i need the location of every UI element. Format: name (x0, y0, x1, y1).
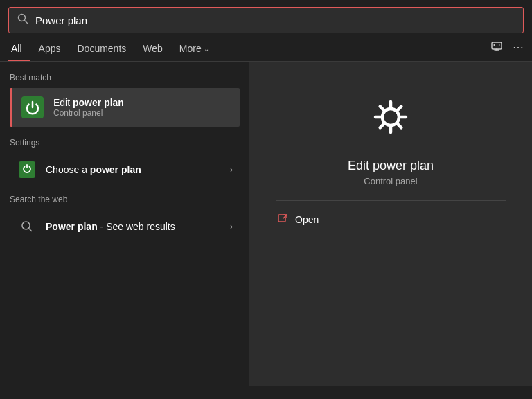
search-bar[interactable]: Power plan (8, 7, 524, 33)
web-search-text: Power plan - See web results (46, 221, 230, 232)
tab-documents[interactable]: Documents (69, 39, 134, 61)
tab-web[interactable]: Web (134, 39, 171, 61)
open-label: Open (295, 214, 319, 225)
screen-icon[interactable] (490, 39, 503, 55)
svg-rect-8 (278, 215, 285, 222)
settings-label: Settings (10, 138, 240, 148)
right-panel-subtitle: Control panel (364, 176, 417, 186)
web-search-icon (17, 216, 37, 237)
best-match-item[interactable]: Edit power plan Control panel (10, 88, 240, 127)
right-panel-app-icon (363, 89, 418, 148)
search-icon (17, 13, 28, 27)
best-match-app-icon (20, 95, 45, 120)
left-panel: Best match Edit power plan Control panel… (0, 62, 249, 386)
more-options-icon[interactable]: ⋯ (513, 41, 524, 54)
tab-all[interactable]: All (8, 39, 30, 61)
web-chevron-icon: › (230, 222, 233, 231)
settings-item-text: Choose a power plan (46, 164, 230, 175)
tab-apps[interactable]: Apps (30, 39, 69, 61)
settings-item[interactable]: Choose a power plan › (10, 153, 240, 186)
main-content: Best match Edit power plan Control panel… (0, 62, 532, 386)
tab-actions: ⋯ (490, 39, 524, 60)
best-match-text: Edit power plan Control panel (53, 97, 124, 118)
chevron-right-icon: › (230, 165, 233, 175)
svg-line-6 (29, 229, 32, 231)
open-button[interactable]: Open (277, 212, 319, 227)
web-search-label: Search the web (10, 195, 240, 204)
search-input[interactable]: Power plan (35, 15, 515, 26)
web-search-item[interactable]: Power plan - See web results › (10, 210, 240, 243)
tab-more[interactable]: More ⌄ (171, 39, 218, 61)
best-match-title: Edit power plan (53, 97, 124, 108)
best-match-subtitle: Control panel (53, 108, 124, 118)
right-panel: Edit power plan Control panel Open (249, 62, 532, 386)
best-match-label: Best match (10, 73, 240, 82)
svg-rect-4 (19, 161, 35, 178)
svg-rect-2 (492, 42, 502, 49)
divider (276, 200, 505, 201)
svg-line-1 (25, 21, 28, 24)
settings-item-icon (17, 159, 37, 180)
chevron-down-icon: ⌄ (204, 45, 209, 53)
open-icon (277, 212, 290, 227)
tabs-bar: All Apps Documents Web More ⌄ ⋯ (0, 33, 532, 62)
right-panel-title: Edit power plan (348, 159, 434, 173)
